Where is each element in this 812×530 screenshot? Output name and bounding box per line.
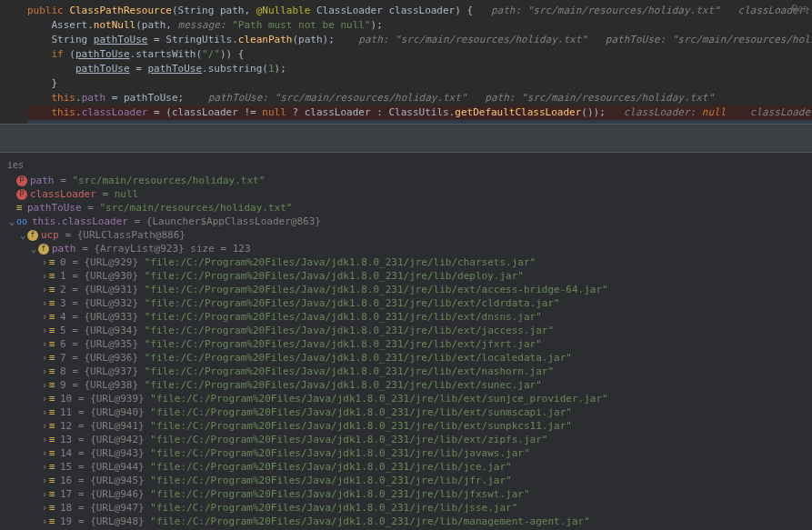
variable-row[interactable]: Ppath = "src/main/resources/holiday.txt" — [2, 174, 810, 187]
index-icon: ≡ — [49, 283, 58, 296]
variable-row[interactable]: ≡12 = {URL@941} "file:/C:/Program%20File… — [2, 419, 810, 433]
index-icon: ≡ — [49, 351, 58, 365]
code-line[interactable]: this.classLoader = (classLoader != null … — [27, 105, 812, 120]
variable-row[interactable]: ≡11 = {URL@940} "file:/C:/Program%20File… — [2, 405, 810, 419]
index-icon: ≡ — [49, 310, 58, 324]
expand-arrow[interactable] — [40, 283, 49, 296]
variable-row[interactable]: fucp = {URLClassPath@886} — [2, 228, 810, 242]
code-line[interactable]: if (pathToUse.startsWith("/")) { — [27, 47, 812, 62]
index-icon: ≡ — [49, 296, 58, 310]
code-line[interactable]: Assert.notNull(path, message: "Path must… — [27, 18, 812, 33]
expand-arrow[interactable] — [40, 351, 49, 365]
expand-arrow[interactable] — [40, 337, 49, 351]
expand-arrow[interactable] — [40, 296, 49, 310]
variable-row[interactable]: ≡6 = {URL@935} "file:/C:/Program%20Files… — [2, 337, 810, 351]
variable-row[interactable]: PclassLoader = null — [2, 187, 810, 201]
var-icon: ≡ — [16, 201, 25, 215]
expand-arrow[interactable] — [40, 515, 49, 528]
param-icon: P — [16, 189, 27, 200]
index-icon: ≡ — [49, 474, 58, 487]
index-icon: ≡ — [49, 324, 58, 337]
variable-row[interactable]: ≡7 = {URL@936} "file:/C:/Program%20Files… — [2, 351, 810, 365]
expand-arrow[interactable] — [40, 487, 49, 501]
variable-row[interactable]: ≡0 = {URL@929} "file:/C:/Program%20Files… — [2, 255, 810, 269]
code-line[interactable]: } — [27, 76, 812, 91]
top-label: Rea — [792, 2, 808, 16]
index-icon: ≡ — [49, 501, 58, 515]
variable-row[interactable]: ≡16 = {URL@945} "file:/C:/Program%20File… — [2, 474, 810, 487]
expand-arrow[interactable] — [40, 446, 49, 460]
variable-row[interactable]: ≡5 = {URL@934} "file:/C:/Program%20Files… — [2, 324, 810, 337]
expand-arrow[interactable] — [40, 460, 49, 474]
expand-arrow[interactable] — [40, 405, 49, 419]
index-icon: ≡ — [49, 460, 58, 474]
object-icon: oo — [16, 215, 29, 228]
field-icon: f — [38, 244, 49, 255]
variable-row[interactable]: ≡15 = {URL@944} "file:/C:/Program%20File… — [2, 460, 810, 474]
variable-row[interactable]: ≡18 = {URL@947} "file:/C:/Program%20File… — [2, 501, 810, 515]
code-line[interactable]: public ClassPathResource(String path, @N… — [27, 4, 812, 18]
expand-arrow[interactable] — [40, 255, 49, 269]
collapse-arrow[interactable] — [18, 228, 27, 242]
index-icon: ≡ — [49, 378, 58, 392]
pane-divider[interactable] — [0, 124, 812, 153]
index-icon: ≡ — [49, 487, 58, 501]
param-icon: P — [16, 175, 27, 186]
variable-row[interactable]: ≡14 = {URL@943} "file:/C:/Program%20File… — [2, 446, 810, 460]
expand-arrow[interactable] — [40, 324, 49, 337]
variable-row[interactable]: ≡19 = {URL@948} "file:/C:/Program%20File… — [2, 515, 810, 528]
index-icon: ≡ — [49, 337, 58, 351]
var-name: this.classLoader — [32, 215, 128, 227]
expand-arrow[interactable] — [40, 378, 49, 392]
index-icon: ≡ — [49, 515, 58, 528]
field-icon: f — [27, 230, 38, 241]
variable-row[interactable]: ≡pathToUse = "src/main/resources/holiday… — [2, 201, 810, 215]
variable-row[interactable]: ≡8 = {URL@937} "file:/C:/Program%20Files… — [2, 365, 810, 378]
index-icon: ≡ — [49, 433, 58, 446]
expand-arrow[interactable] — [40, 392, 49, 405]
index-icon: ≡ — [49, 419, 58, 433]
expand-arrow[interactable] — [40, 310, 49, 324]
expand-arrow[interactable] — [40, 501, 49, 515]
index-icon: ≡ — [49, 255, 58, 269]
variable-row[interactable]: ≡2 = {URL@931} "file:/C:/Program%20Files… — [2, 283, 810, 296]
variable-row[interactable]: ≡4 = {URL@933} "file:/C:/Program%20Files… — [2, 310, 810, 324]
code-line[interactable]: this.path = pathToUse; pathToUse: "src/m… — [27, 91, 812, 105]
var-name: pathToUse — [27, 202, 82, 214]
expand-arrow[interactable] — [40, 269, 49, 283]
variable-row[interactable]: ≡9 = {URL@938} "file:/C:/Program%20Files… — [2, 378, 810, 392]
index-icon: ≡ — [49, 405, 58, 419]
index-icon: ≡ — [49, 446, 58, 460]
variable-row[interactable]: ≡3 = {URL@932} "file:/C:/Program%20Files… — [2, 296, 810, 310]
code-editor[interactable]: Rea public ClassPathResource(String path… — [0, 0, 812, 124]
variable-row[interactable]: ≡13 = {URL@942} "file:/C:/Program%20File… — [2, 433, 810, 446]
variable-row[interactable]: ≡10 = {URL@939} "file:/C:/Program%20File… — [2, 392, 810, 405]
variable-row[interactable]: fpath = {ArrayList@923} size = 123 — [2, 242, 810, 255]
expand-arrow[interactable] — [40, 474, 49, 487]
variable-row[interactable]: oothis.classLoader = {Launcher$AppClassL… — [2, 215, 810, 228]
collapse-arrow[interactable] — [29, 242, 38, 255]
var-name: path — [30, 175, 55, 186]
variable-row[interactable]: ≡17 = {URL@946} "file:/C:/Program%20File… — [2, 487, 810, 501]
collapse-arrow[interactable] — [7, 215, 16, 228]
expand-arrow[interactable] — [40, 419, 49, 433]
expand-arrow[interactable] — [40, 365, 49, 378]
code-line[interactable]: String pathToUse = StringUtils.cleanPath… — [27, 33, 812, 47]
code-line[interactable]: pathToUse = pathToUse.substring(1); — [27, 62, 812, 76]
index-icon: ≡ — [49, 269, 58, 283]
var-name: classLoader — [30, 188, 96, 200]
variable-row[interactable]: ≡1 = {URL@930} "file:/C:/Program%20Files… — [2, 269, 810, 283]
index-icon: ≡ — [49, 392, 58, 405]
index-icon: ≡ — [49, 365, 58, 378]
debug-variables-pane[interactable]: ies Ppath = "src/main/resources/holiday.… — [0, 153, 812, 530]
variables-tab[interactable]: ies — [2, 156, 810, 174]
expand-arrow[interactable] — [40, 433, 49, 446]
